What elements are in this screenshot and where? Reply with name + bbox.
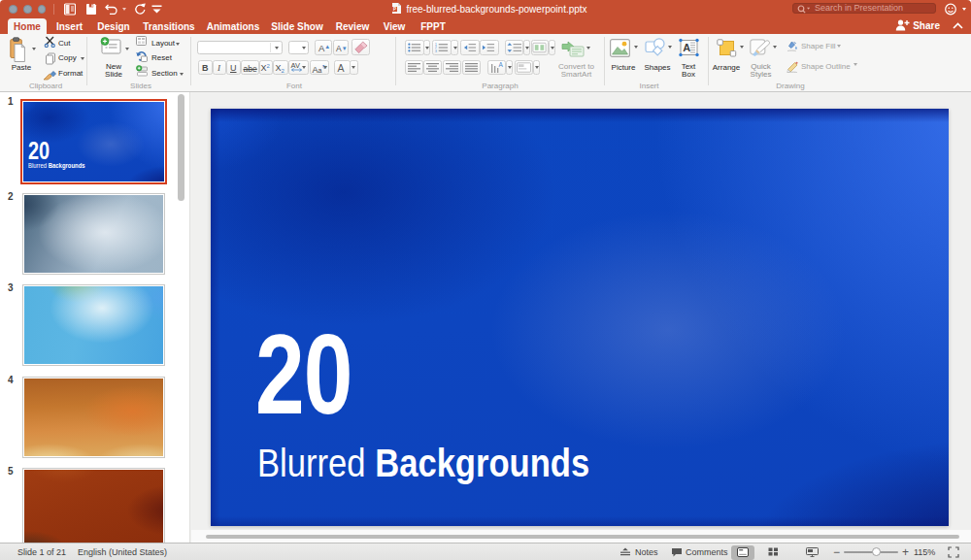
svg-text:3: 3 [435,49,437,52]
svg-text:A: A [683,42,690,53]
svg-text:A: A [498,62,503,68]
svg-text:P: P [393,7,396,12]
